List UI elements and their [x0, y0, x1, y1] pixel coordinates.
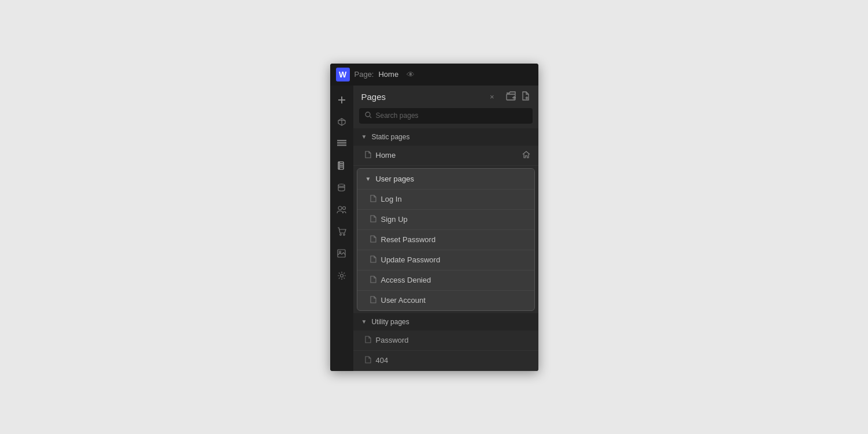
access-denied-page-label: Access Denied	[381, 276, 431, 284]
page-label: Page:	[354, 70, 374, 79]
app-window: W Page: Home 👁	[330, 64, 538, 371]
w-logo: W	[336, 68, 350, 81]
panel-title: Pages	[361, 92, 490, 102]
settings-sidebar-icon[interactable]	[332, 266, 352, 285]
404-utility-item[interactable]: 404	[353, 351, 538, 371]
update-password-page-label: Update Password	[381, 255, 441, 264]
login-page-item[interactable]: Log In	[357, 189, 534, 209]
preview-icon[interactable]: 👁	[407, 70, 415, 79]
svg-point-12	[338, 184, 345, 187]
user-pages-caret-icon: ▼	[365, 176, 371, 182]
utility-pages-label: Utility pages	[371, 318, 409, 326]
svg-point-17	[343, 234, 345, 236]
svg-rect-1	[338, 99, 345, 101]
home-page-file-icon	[365, 151, 371, 160]
update-password-file-icon	[370, 255, 376, 265]
svg-line-27	[370, 116, 371, 118]
utility-pages-section-header[interactable]: ▼ Utility pages	[353, 313, 538, 331]
reset-password-page-item[interactable]: Reset Password	[357, 229, 534, 250]
signup-file-icon	[370, 215, 376, 224]
search-icon	[365, 112, 372, 120]
user-account-file-icon	[370, 296, 376, 305]
panel-content: ▼ Static pages Home ▼	[353, 128, 538, 371]
home-indicator-icon	[522, 151, 530, 160]
icon-sidebar	[330, 86, 353, 371]
panel-header: Pages ×	[353, 86, 538, 108]
utility-caret-icon: ▼	[361, 318, 367, 325]
login-page-label: Log In	[381, 195, 402, 203]
layout-sidebar-icon[interactable]	[332, 134, 352, 154]
update-password-page-item[interactable]: Update Password	[357, 250, 534, 270]
svg-rect-5	[337, 140, 346, 142]
users-sidebar-icon[interactable]	[332, 200, 352, 220]
media-sidebar-icon[interactable]	[332, 244, 352, 264]
add-sidebar-icon[interactable]	[332, 90, 352, 110]
main-layout: Pages × ▼ Sta	[330, 86, 538, 371]
404-utility-label: 404	[376, 356, 389, 365]
static-caret-icon: ▼	[361, 133, 367, 140]
404-file-icon	[365, 356, 371, 365]
home-page-label: Home	[376, 151, 518, 159]
user-pages-header[interactable]: ▼ User pages	[357, 169, 534, 189]
svg-point-20	[340, 274, 343, 277]
add-page-button[interactable]	[521, 91, 530, 102]
password-utility-item[interactable]: Password	[353, 331, 538, 351]
svg-point-15	[343, 207, 346, 210]
svg-point-16	[339, 234, 341, 236]
svg-point-26	[365, 112, 370, 117]
page-name: Home	[378, 70, 398, 79]
reset-password-page-label: Reset Password	[381, 235, 436, 244]
home-page-item[interactable]: Home	[353, 146, 538, 166]
password-file-icon	[365, 336, 371, 345]
reset-password-file-icon	[370, 235, 376, 244]
login-file-icon	[370, 195, 376, 204]
database-sidebar-icon[interactable]	[332, 178, 352, 198]
user-pages-label: User pages	[375, 175, 413, 183]
search-bar	[359, 108, 533, 124]
svg-point-14	[338, 206, 342, 210]
access-denied-page-item[interactable]: Access Denied	[357, 270, 534, 290]
password-utility-label: Password	[376, 336, 409, 344]
svg-rect-6	[337, 142, 346, 144]
static-pages-section-header[interactable]: ▼ Static pages	[353, 128, 538, 146]
svg-point-19	[339, 251, 341, 253]
user-account-page-item[interactable]: User Account	[357, 290, 534, 310]
svg-rect-7	[337, 144, 346, 146]
search-input[interactable]	[376, 112, 527, 120]
static-pages-label: Static pages	[371, 133, 409, 141]
cart-sidebar-icon[interactable]	[332, 222, 352, 242]
pages-panel: Pages × ▼ Sta	[353, 86, 538, 371]
signup-page-label: Sign Up	[381, 215, 408, 224]
access-denied-file-icon	[370, 276, 376, 285]
user-pages-section: ▼ User pages Log In Sign Up	[357, 168, 535, 311]
panel-close-button[interactable]: ×	[490, 92, 494, 101]
pages-sidebar-icon[interactable]	[332, 156, 352, 176]
top-bar: W Page: Home 👁	[330, 64, 538, 86]
add-folder-button[interactable]	[506, 91, 516, 102]
signup-page-item[interactable]: Sign Up	[357, 209, 534, 229]
user-account-page-label: User Account	[381, 296, 426, 305]
cube-sidebar-icon[interactable]	[332, 112, 352, 132]
